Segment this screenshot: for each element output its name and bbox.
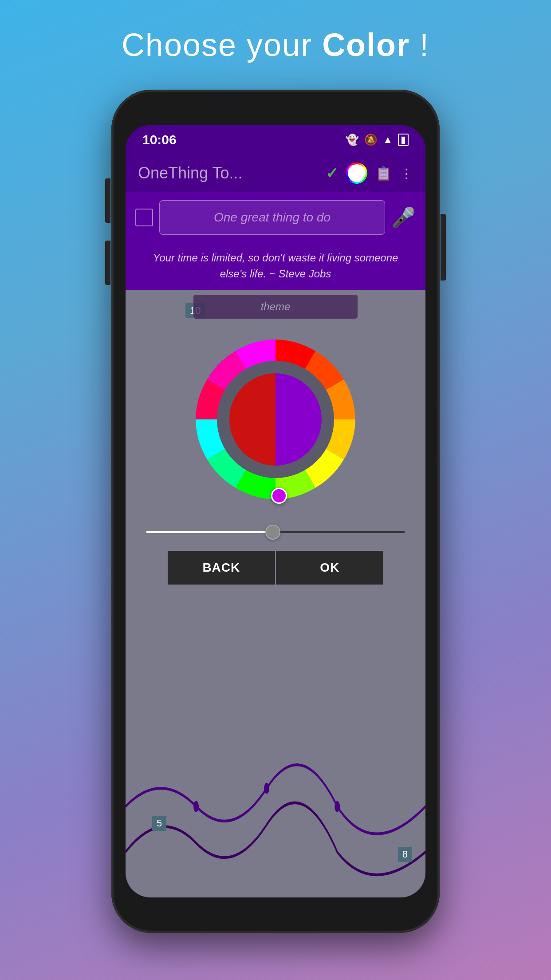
- back-button[interactable]: BACK: [168, 551, 275, 585]
- mute-icon: 🔕: [364, 134, 378, 146]
- status-time: 10:06: [142, 132, 177, 147]
- ok-button[interactable]: OK: [276, 551, 383, 585]
- app-bar: OneThing To... ✓ 📋 ⋮: [126, 154, 425, 192]
- content-area: 10 5 8 theme: [126, 290, 425, 897]
- top-input-text: theme: [261, 300, 291, 313]
- picker-handle[interactable]: [271, 488, 287, 504]
- notes-icon[interactable]: 📋: [375, 166, 392, 181]
- quote-text: Your time is limited, so don't waste it …: [143, 250, 408, 282]
- phone-wrapper: 10:06 👻 🔕 ▲ ▮ OneThing To... ✓ 📋 ⋮: [111, 90, 440, 933]
- brightness-slider[interactable]: [146, 522, 404, 542]
- slider-thumb[interactable]: [265, 525, 280, 540]
- ghost-icon: 👻: [346, 134, 359, 146]
- color-ring-icon[interactable]: [346, 162, 367, 184]
- task-row: One great thing to do 🎤: [126, 192, 425, 243]
- battery-icon: ▮: [398, 134, 409, 146]
- more-icon[interactable]: ⋮: [400, 166, 413, 181]
- top-input-peek[interactable]: theme: [193, 294, 358, 319]
- status-icons: 👻 🔕 ▲ ▮: [346, 134, 409, 146]
- mic-icon[interactable]: 🎤: [391, 206, 416, 229]
- app-title: OneThing To...: [138, 164, 318, 182]
- task-checkbox[interactable]: [135, 209, 153, 226]
- status-bar: 10:06 👻 🔕 ▲ ▮: [126, 125, 425, 154]
- task-input-box[interactable]: One great thing to do: [159, 200, 385, 235]
- page-header: Choose your Color !: [122, 27, 429, 63]
- picker-buttons-row: BACK OK: [168, 551, 384, 585]
- quote-area: Your time is limited, so don't waste it …: [126, 243, 425, 290]
- color-wheel-container[interactable]: [182, 326, 369, 513]
- wifi-icon: ▲: [383, 134, 393, 146]
- page-title: Choose your Color !: [122, 27, 429, 63]
- slider-fill: [146, 531, 276, 533]
- inner-color-split: [229, 373, 322, 466]
- phone-screen: 10:06 👻 🔕 ▲ ▮ OneThing To... ✓ 📋 ⋮: [126, 125, 425, 897]
- check-icon[interactable]: ✓: [326, 164, 338, 182]
- color-picker-overlay: theme: [126, 290, 425, 897]
- task-placeholder: One great thing to do: [214, 210, 331, 225]
